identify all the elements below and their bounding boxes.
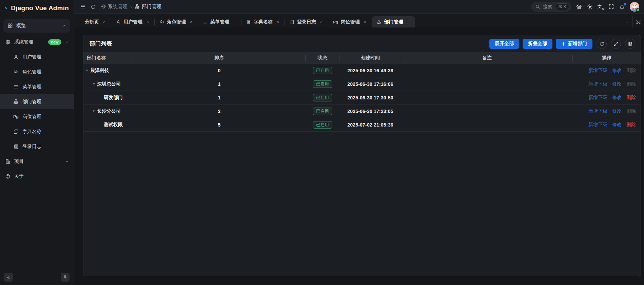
breadcrumb-item-system[interactable]: 系统管理	[101, 3, 128, 10]
breadcrumb-item-department[interactable]: 部门管理	[135, 3, 161, 10]
list-icon	[203, 20, 208, 24]
refresh-page-button[interactable]	[91, 4, 96, 10]
plus-icon	[561, 42, 566, 46]
sidebar: Djagno Vue Admin 概览 系统管理 new 用户管理 角色管理 菜…	[0, 0, 74, 285]
table-row: 深圳总公司 1 已启用 2025-06-30 17:16:06 新增下级 修改 …	[83, 77, 641, 91]
search-placeholder: 搜索	[543, 4, 552, 10]
tab-dictionary[interactable]: 字典名称	[241, 16, 285, 27]
tab-roles[interactable]: 角色管理	[155, 16, 198, 27]
tab-list-dropdown-button[interactable]	[621, 16, 632, 27]
status-badge: 已启用	[313, 121, 332, 129]
close-icon[interactable]	[233, 20, 236, 24]
table-header-row: 部门名称 排序 状态 创建时间 备注 操作	[83, 52, 641, 64]
column-settings-button[interactable]	[625, 39, 635, 49]
breadcrumb-label: 系统管理	[108, 3, 128, 10]
language-button[interactable]: 文A	[598, 4, 604, 10]
status-badge: 已启用	[313, 94, 332, 101]
tabbar: 分析页 用户管理 角色管理 菜单管理	[74, 14, 644, 27]
add-child-link[interactable]: 新增下级	[588, 95, 607, 101]
role-icon	[13, 69, 19, 75]
tree-collapse-caret[interactable]	[92, 82, 97, 86]
tab-positions[interactable]: Pg 岗位管理	[328, 16, 372, 27]
dict-icon	[246, 20, 251, 24]
add-child-link[interactable]: 新增下级	[588, 122, 607, 128]
open-tabs: 分析页 用户管理 角色管理 菜单管理	[80, 16, 621, 27]
expand-all-button[interactable]: 展开全部	[489, 39, 519, 49]
chevron-up-icon	[65, 40, 70, 44]
chevron-down-icon	[65, 159, 70, 164]
sidebar-item-departments[interactable]: 部门管理	[0, 94, 74, 109]
sidebar-item-menus[interactable]: 菜单管理	[0, 79, 74, 94]
close-icon[interactable]	[146, 20, 150, 24]
status-badge: 已启用	[313, 67, 332, 74]
menu-toggle-button[interactable]	[80, 4, 86, 10]
column-header-sort: 排序	[133, 52, 306, 64]
tree-collapse-caret[interactable]	[85, 68, 90, 73]
department-name: 长沙分公司	[97, 108, 121, 114]
table-row: 晨泽科技 0 已启用 2025-06-30 16:49:38 新增下级 修改 删…	[83, 64, 641, 77]
theme-toggle-button[interactable]	[587, 4, 593, 10]
sidebar-item-positions[interactable]: Pg 岗位管理	[0, 109, 74, 124]
close-icon[interactable]	[407, 20, 410, 24]
sidebar-item-project[interactable]: 项目	[0, 154, 74, 169]
tab-menus[interactable]: 菜单管理	[198, 16, 241, 27]
table-fullscreen-button[interactable]	[611, 39, 621, 49]
sidebar-item-overview[interactable]: 概览	[3, 19, 70, 33]
delete-link: 删除	[626, 108, 636, 114]
sidebar-collapse-button[interactable]: «	[4, 273, 13, 282]
table-refresh-button[interactable]	[597, 39, 607, 49]
settings-button[interactable]	[576, 4, 582, 10]
sidebar-item-dictionary[interactable]: 字典名称	[0, 124, 74, 139]
close-icon[interactable]	[189, 20, 193, 24]
notifications-button[interactable]	[619, 4, 625, 10]
sidebar-item-system[interactable]: 系统管理 new	[0, 35, 74, 50]
sidebar-item-about[interactable]: 关于	[0, 169, 74, 184]
org-tree-icon	[13, 99, 19, 104]
copyright-icon	[5, 174, 11, 179]
tab-login-logs[interactable]: 登录日志	[285, 16, 328, 27]
sidebar-menu: 系统管理 new 用户管理 角色管理 菜单管理 部门管理 Pg 岗位管理 字典名…	[0, 35, 74, 285]
sort-value: 1	[218, 95, 221, 100]
tab-analysis[interactable]: 分析页	[80, 16, 111, 27]
edit-link[interactable]: 修改	[612, 68, 622, 74]
content-area: 部门列表 展开全部 折叠全部 新增部门 部门名称 排序	[74, 27, 644, 285]
close-icon[interactable]	[319, 20, 323, 24]
edit-link[interactable]: 修改	[612, 122, 622, 128]
delete-link[interactable]: 删除	[626, 95, 636, 101]
tabbar-controls	[621, 16, 644, 27]
sidebar-item-login-logs[interactable]: 登录日志	[0, 139, 74, 154]
user-avatar[interactable]	[630, 2, 639, 12]
pin-icon	[63, 275, 67, 280]
tab-departments[interactable]: 部门管理	[372, 16, 415, 27]
content-maximize-button[interactable]	[632, 16, 644, 27]
edit-link[interactable]: 修改	[612, 81, 622, 87]
tree-collapse-caret[interactable]	[92, 109, 97, 113]
gear-icon	[5, 39, 11, 45]
add-child-link[interactable]: 新增下级	[588, 108, 607, 114]
column-header-actions: 操作	[573, 52, 641, 64]
sidebar-item-label: 概览	[16, 23, 26, 29]
online-status-dot	[636, 8, 640, 12]
close-icon[interactable]	[363, 20, 367, 24]
tab-label: 用户管理	[123, 19, 142, 25]
delete-link[interactable]: 删除	[626, 122, 636, 128]
tab-label: 角色管理	[167, 19, 186, 25]
column-header-remark: 备注	[401, 52, 573, 64]
edit-link[interactable]: 修改	[612, 108, 622, 114]
tab-users[interactable]: 用户管理	[111, 16, 154, 27]
add-child-link[interactable]: 新增下级	[588, 81, 607, 87]
sidebar-item-users[interactable]: 用户管理	[0, 50, 74, 64]
collapse-all-button[interactable]: 折叠全部	[523, 39, 552, 49]
sidebar-item-roles[interactable]: 角色管理	[0, 64, 74, 79]
add-department-button[interactable]: 新增部门	[556, 39, 592, 49]
delete-link: 删除	[626, 81, 636, 87]
edit-link[interactable]: 修改	[612, 95, 622, 101]
pg-text-icon: Pg	[333, 20, 338, 24]
add-child-link[interactable]: 新增下级	[588, 68, 607, 74]
fullscreen-button[interactable]	[608, 4, 614, 10]
close-icon[interactable]	[102, 20, 106, 24]
sidebar-pin-button[interactable]	[61, 273, 70, 282]
close-icon[interactable]	[276, 20, 280, 24]
global-search[interactable]: 搜索 ⌘ K	[531, 2, 571, 12]
log-icon	[13, 144, 19, 149]
